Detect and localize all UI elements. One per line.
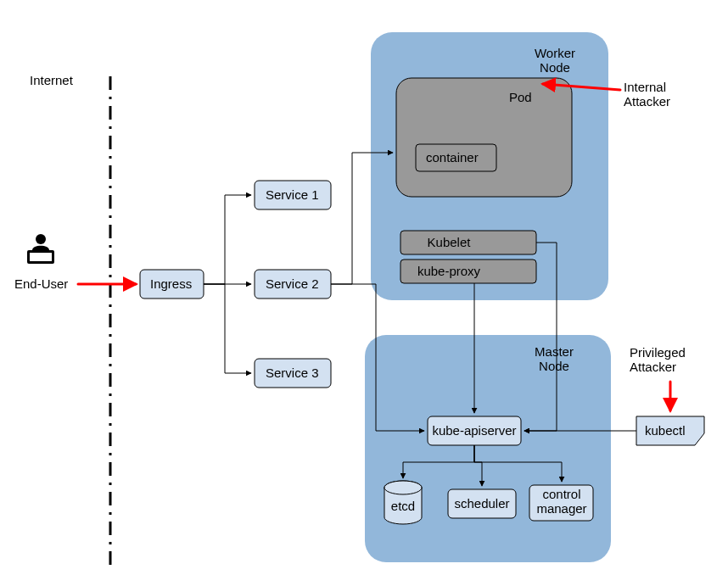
control-manager-label: controlmanager (536, 487, 586, 516)
service3-label: Service 3 (266, 366, 319, 380)
service1-label: Service 1 (266, 187, 319, 202)
kubectl-label: kubectl (645, 423, 686, 438)
service2-label: Service 2 (266, 276, 319, 291)
etcd-label: etcd (391, 499, 415, 513)
worker-node-title-l1: WorkerNode (535, 46, 575, 75)
kubelet-label: Kubelet (428, 235, 472, 249)
end-user-icon (27, 234, 54, 264)
kube-apiserver-label: kube-apiserver (432, 423, 516, 438)
svg-point-4 (384, 481, 422, 494)
architecture-diagram: Internet End-User Ingress Service 1 Serv… (0, 0, 728, 586)
svg-rect-1 (30, 253, 52, 261)
master-node-container (365, 335, 611, 562)
master-node-title: MasterNode (535, 344, 574, 373)
svg-point-2 (36, 234, 46, 244)
container-label: container (426, 150, 479, 165)
internal-attacker-label: InternalAttacker (624, 80, 670, 109)
ingress-label: Ingress (150, 276, 192, 291)
end-user-label: End-User (14, 276, 68, 291)
edge-ingress-service1 (204, 195, 251, 284)
privileged-attacker-label: PrivilegedAttacker (630, 345, 686, 374)
edge-ingress-service3 (204, 284, 251, 373)
pod-box (396, 78, 572, 197)
scheduler-label: scheduler (454, 496, 509, 511)
pod-label: Pod (509, 90, 532, 104)
kubeproxy-label: kube-proxy (417, 264, 481, 278)
internet-label: Internet (30, 73, 74, 87)
